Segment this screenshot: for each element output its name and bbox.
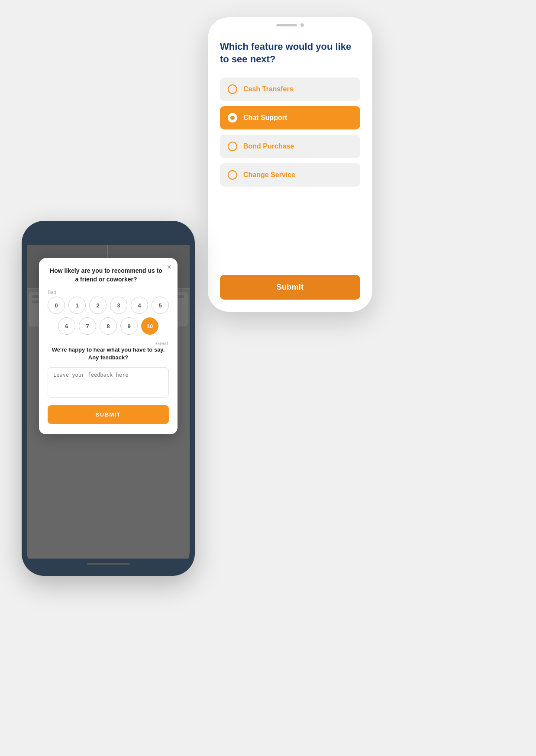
right-phone-content: Which feature would you like to see next… xyxy=(208,30,372,312)
nps-row-1: 0 1 2 3 4 5 xyxy=(48,297,169,314)
nps-question: How likely are you to recommend us to a … xyxy=(48,267,169,284)
great-label-row: Great xyxy=(48,341,169,346)
option-label-cash-transfers: Cash Transfers xyxy=(243,85,294,93)
right-phone-status-bar xyxy=(208,17,372,30)
option-list: Cash Transfers Chat Support Bond Purchas… xyxy=(220,78,360,263)
option-cash-transfers[interactable]: Cash Transfers xyxy=(220,78,360,101)
nps-3[interactable]: 3 xyxy=(110,297,127,314)
nps-7[interactable]: 7 xyxy=(79,317,96,335)
option-label-bond-purchase: Bond Purchase xyxy=(243,142,294,150)
submit-button-right[interactable]: Submit xyxy=(220,275,360,300)
nps-6[interactable]: 6 xyxy=(58,317,75,335)
nps-row-2: 6 7 8 9 10 xyxy=(48,317,169,335)
option-label-chat-support: Chat Support xyxy=(243,114,287,122)
radio-bond-purchase xyxy=(228,142,237,151)
modal-close-icon[interactable]: × xyxy=(167,263,171,271)
radio-cash-transfers xyxy=(228,84,237,94)
option-chat-support[interactable]: Chat Support xyxy=(220,106,360,129)
app-background: × How likely are you to recommend us to … xyxy=(27,245,190,559)
nps-4[interactable]: 4 xyxy=(131,297,148,314)
bad-label: Bad xyxy=(48,290,169,295)
right-phone: Which feature would you like to see next… xyxy=(208,17,372,312)
great-label: Great xyxy=(156,341,168,346)
modal-overlay: × How likely are you to recommend us to … xyxy=(27,245,190,559)
nps-2[interactable]: 2 xyxy=(89,297,107,314)
nps-9[interactable]: 9 xyxy=(120,317,138,335)
option-bond-purchase[interactable]: Bond Purchase xyxy=(220,135,360,158)
home-bar xyxy=(87,563,130,565)
feedback-input[interactable] xyxy=(48,367,169,397)
left-notch xyxy=(82,230,134,242)
left-phone-top-bar xyxy=(27,226,190,245)
home-bar-container xyxy=(27,559,190,571)
radio-chat-support xyxy=(228,113,237,123)
left-phone-inner: × How likely are you to recommend us to … xyxy=(27,226,190,571)
nps-10[interactable]: 10 xyxy=(141,317,158,335)
option-change-service[interactable]: Change Service xyxy=(220,163,360,187)
nps-modal: × How likely are you to recommend us to … xyxy=(39,258,178,434)
nps-8[interactable]: 8 xyxy=(100,317,117,335)
option-label-change-service: Change Service xyxy=(243,171,295,179)
modal-subtitle: We're happy to hear what you have to say… xyxy=(48,346,169,362)
notch-dot xyxy=(300,23,304,27)
nps-1[interactable]: 1 xyxy=(68,297,86,314)
notch-pill xyxy=(276,24,297,26)
radio-change-service xyxy=(228,170,237,180)
modal-submit-button[interactable]: SUBMIT xyxy=(48,405,169,424)
nps-5[interactable]: 5 xyxy=(152,297,169,314)
survey-title: Which feature would you like to see next… xyxy=(220,41,360,65)
left-phone: × How likely are you to recommend us to … xyxy=(22,221,195,576)
nps-0[interactable]: 0 xyxy=(48,297,65,314)
nps-grid: 0 1 2 3 4 5 6 7 8 9 10 xyxy=(48,297,169,335)
radio-inner-chat-support xyxy=(230,116,235,120)
